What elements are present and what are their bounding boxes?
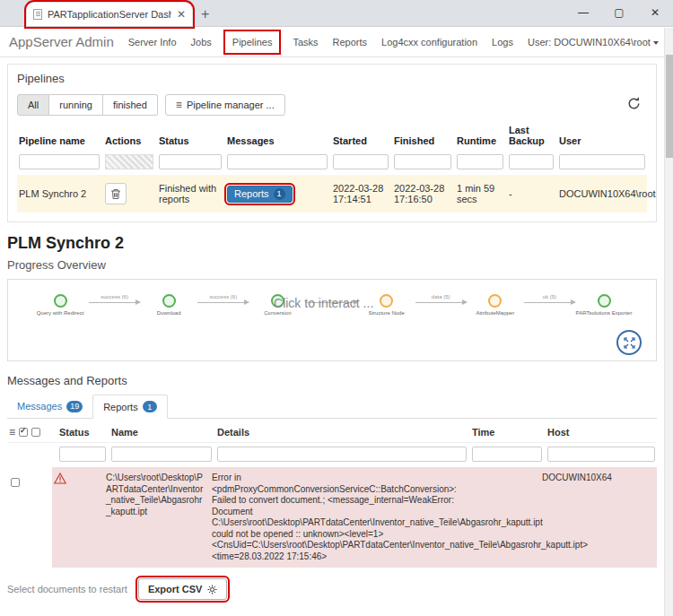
nav-jobs[interactable]: Jobs	[191, 37, 212, 48]
filter-pipeline-name-input[interactable]	[19, 154, 100, 169]
pipelines-toolbar: All running finished ≡ Pipeline manager …	[17, 94, 647, 116]
restart-label: Select documents to restart	[7, 584, 127, 594]
tab-title: PARTapplicationServer Dashboa	[48, 9, 171, 20]
report-name: C:\Users\root\Desktop\PARTdataCenter\Inv…	[106, 473, 206, 562]
node-circle	[162, 294, 176, 308]
filter-button-group: All running finished	[17, 94, 158, 116]
filter-running-button[interactable]: running	[49, 94, 103, 116]
col-user: User	[559, 135, 645, 146]
export-csv-button[interactable]: Export CSV	[138, 578, 228, 600]
nav-pipelines[interactable]: Pipelines	[226, 32, 279, 52]
window-controls: — ▢ ✕	[565, 0, 673, 27]
report-details: Error in <pdmProxyCommonConversionServic…	[212, 473, 461, 562]
tab-messages[interactable]: Messages 19	[7, 395, 92, 418]
filter-report-details-input[interactable]	[217, 447, 467, 462]
columns-menu-icon[interactable]: ≡	[9, 427, 15, 438]
pipelines-filter-row	[17, 152, 647, 175]
app-brand: AppServer Admin	[9, 34, 114, 49]
browser-tab[interactable]: PARTapplicationServer Dashboa ✕	[27, 3, 192, 26]
node-circle	[54, 294, 67, 308]
select-all-checkbox[interactable]	[19, 428, 28, 437]
pipeline-manager-button[interactable]: ≡ Pipeline manager ...	[165, 94, 285, 116]
pipelines-panel: Pipelines All running finished ≡ Pipelin…	[7, 64, 657, 222]
browser-chrome: PARTapplicationServer Dashboa ✕ + — ▢ ✕	[0, 0, 673, 27]
user-label: User: DOCUWIN10X64\root	[528, 37, 651, 48]
filter-actions-disabled	[105, 154, 153, 169]
col-report-name: Name	[111, 427, 212, 438]
nav-server-info[interactable]: Server Info	[128, 37, 177, 48]
node-query: Query with Redirect	[31, 294, 89, 317]
col-status: Status	[159, 135, 222, 146]
scrollbar-thumb[interactable]	[666, 55, 673, 158]
col-messages: Messages	[227, 135, 328, 146]
reports-table-header: ≡ Status Name Details Time Host	[7, 419, 657, 443]
messages-reports-tabs: Messages 19 Reports 1	[7, 395, 657, 419]
edge-1: success (6)	[89, 302, 140, 303]
filter-status-input[interactable]	[159, 154, 222, 169]
reports-filter-row	[7, 443, 657, 467]
pipeline-status: Finished with reports	[159, 183, 222, 204]
filter-report-name-input[interactable]	[111, 447, 212, 462]
edge-2: success (6)	[197, 302, 249, 303]
expand-icon	[624, 337, 635, 349]
close-icon[interactable]: ✕	[637, 0, 673, 25]
tab-reports[interactable]: Reports 1	[92, 395, 168, 419]
pipeline-runtime: 1 min 59 secs	[457, 183, 503, 204]
reports-button[interactable]: Reports 1	[227, 186, 293, 203]
filter-last-backup-input[interactable]	[509, 154, 554, 169]
col-actions: Actions	[105, 135, 153, 146]
filter-user-input[interactable]	[559, 154, 645, 169]
pipeline-last-backup: -	[509, 188, 554, 199]
node-exporter: PARTsolutions Exporter	[575, 294, 633, 317]
page-content: Pipelines All running finished ≡ Pipelin…	[0, 58, 664, 616]
edge-5: ok (5)	[524, 302, 575, 303]
click-to-interact-label: Click to interact ...	[274, 296, 373, 310]
messages-reports-title: Messages and Reports	[7, 374, 657, 387]
filter-report-host-input[interactable]	[547, 447, 655, 462]
nav-log4cxx[interactable]: Log4cxx configuration	[381, 37, 477, 48]
report-time	[467, 473, 537, 562]
refresh-icon[interactable]	[626, 96, 642, 115]
deselect-all-checkbox[interactable]	[31, 428, 40, 437]
filter-runtime-input[interactable]	[457, 154, 503, 169]
node-attributemapper: AttributeMapper	[467, 294, 524, 317]
filter-report-status-input[interactable]	[59, 447, 106, 462]
col-runtime: Runtime	[457, 135, 503, 146]
detail-title: PLM Synchro 2	[7, 234, 657, 253]
filter-started-input[interactable]	[333, 154, 389, 169]
minimize-icon[interactable]: —	[565, 0, 601, 25]
col-report-details: Details	[217, 427, 467, 438]
warning-icon	[54, 473, 66, 484]
col-finished: Finished	[394, 135, 451, 146]
pipeline-row[interactable]: PLM Synchro 2 Finished with reports Repo…	[17, 175, 647, 213]
delete-pipeline-button[interactable]	[105, 183, 127, 204]
pipelines-title: Pipelines	[17, 72, 647, 85]
col-started: Started	[333, 135, 389, 146]
progress-overview-label: Progress Overview	[7, 258, 657, 272]
maximize-icon[interactable]: ▢	[601, 0, 637, 25]
page-scrollbar[interactable]	[664, 28, 673, 616]
col-report-status: Status	[59, 427, 106, 438]
report-row-checkbox[interactable]	[11, 478, 20, 487]
new-tab-button[interactable]: +	[201, 6, 209, 22]
filter-report-time-input[interactable]	[472, 447, 542, 462]
node-circle	[380, 294, 393, 308]
reports-count-badge: 1	[274, 188, 285, 200]
user-menu[interactable]: User: DOCUWIN10X64\root	[528, 37, 659, 48]
filter-finished-button[interactable]: finished	[103, 94, 158, 116]
nav-reports[interactable]: Reports	[333, 37, 368, 48]
pipeline-diagram[interactable]: Query with Redirect success (6) Download…	[7, 279, 657, 361]
filter-messages-input[interactable]	[227, 154, 328, 169]
col-last-backup: Last Backup	[509, 125, 554, 146]
node-circle	[488, 294, 502, 308]
filter-all-button[interactable]: All	[17, 94, 49, 116]
nav-tasks[interactable]: Tasks	[293, 37, 318, 48]
filter-finished-input[interactable]	[394, 154, 451, 169]
fullscreen-button[interactable]	[616, 330, 642, 355]
nav-logs[interactable]: Logs	[492, 37, 513, 48]
gear-icon	[207, 585, 217, 594]
chevron-down-icon	[653, 41, 659, 45]
report-row[interactable]: C:\Users\root\Desktop\PARTdataCenter\Inv…	[7, 467, 657, 568]
tab-close-icon[interactable]: ✕	[177, 9, 186, 20]
edge-4: data (5)	[415, 302, 467, 303]
